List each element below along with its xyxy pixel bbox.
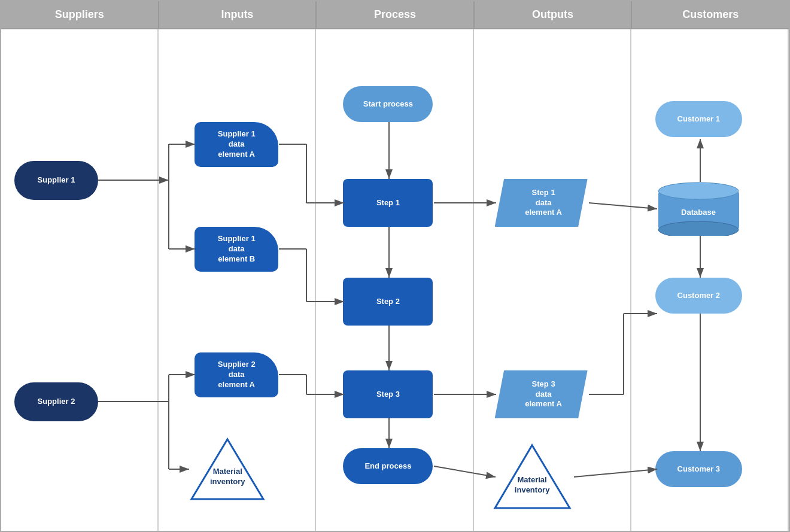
step1-node: Step 1 — [343, 179, 433, 227]
customer2-node: Customer 2 — [655, 278, 742, 314]
lane-process: Start process Step 1 Step 2 Step 3 End p… — [316, 29, 473, 531]
lane-suppliers: Supplier 1 Supplier 2 — [1, 29, 159, 531]
step1-dataA-node: Step 1 data element A — [495, 179, 588, 227]
header-process: Process — [317, 1, 475, 28]
header-suppliers: Suppliers — [1, 1, 159, 28]
svg-point-4 — [658, 221, 739, 236]
step3-dataA-node: Step 3 data element A — [495, 370, 588, 418]
sup1-elemA-node: Supplier 1 data element A — [195, 122, 278, 167]
svg-text:Database: Database — [681, 208, 716, 217]
header-inputs: Inputs — [159, 1, 317, 28]
material-inv-output-label: Material inventory — [515, 476, 550, 496]
start-process-node: Start process — [343, 86, 433, 122]
supplier1-node: Supplier 1 — [14, 161, 98, 200]
sup1-elemB-node: Supplier 1 data element B — [195, 227, 278, 272]
header-row: Suppliers Inputs Process Outputs Custome… — [1, 1, 789, 29]
supplier2-node: Supplier 2 — [14, 382, 98, 421]
diagram-container: Suppliers Inputs Process Outputs Custome… — [0, 0, 790, 532]
customer3-node: Customer 3 — [655, 451, 742, 487]
database-svg: Database — [655, 182, 742, 236]
sup2-elemA-node: Supplier 2 data element A — [195, 352, 278, 397]
content-row: Supplier 1 Supplier 2 Supplier 1 data el… — [1, 29, 789, 531]
end-process-node: End process — [343, 448, 433, 484]
customer1-node: Customer 1 — [655, 101, 742, 137]
lane-inputs: Supplier 1 data element A Supplier 1 dat… — [159, 29, 316, 531]
svg-point-3 — [658, 183, 739, 199]
material-inv-input-label: Material inventory — [210, 467, 245, 487]
header-customers: Customers — [632, 1, 789, 28]
lane-customers: Customer 1 Database Customer 2 — [631, 29, 789, 531]
lane-outputs: Step 1 data element A Step 3 data elemen… — [474, 29, 631, 531]
step2-node: Step 2 — [343, 278, 433, 326]
material-inv-output-node: Material inventory — [492, 442, 573, 511]
material-inv-input-node: Material inventory — [189, 436, 266, 502]
database-node: Database — [655, 182, 742, 236]
header-outputs: Outputs — [475, 1, 633, 28]
step3-node: Step 3 — [343, 370, 433, 418]
